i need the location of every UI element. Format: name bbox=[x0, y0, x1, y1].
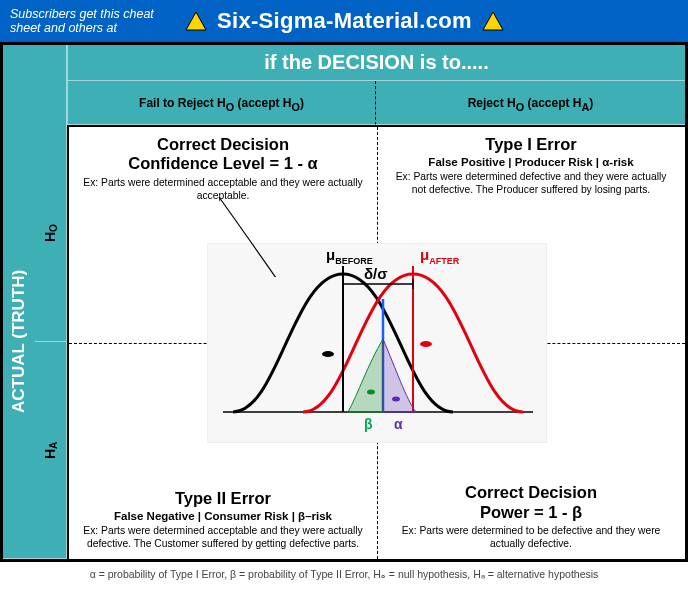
banner-subtext: Subscribers get this cheat sheet and oth… bbox=[10, 7, 175, 36]
side-h0: HO bbox=[35, 125, 67, 342]
banner-title: Six-Sigma-Material.com bbox=[217, 8, 472, 34]
svg-marker-0 bbox=[186, 12, 206, 30]
side-actual-truth: ACTUAL (TRUTH) bbox=[3, 125, 35, 559]
quad-title: Type I Error bbox=[391, 135, 671, 154]
quad-title: Type II Error bbox=[83, 489, 363, 508]
quadrant-correct-confidence: Correct Decision Confidence Level = 1 - … bbox=[69, 127, 377, 207]
svg-point-15 bbox=[392, 397, 400, 402]
quad-title2: Power = 1 - β bbox=[391, 503, 671, 522]
svg-marker-1 bbox=[483, 12, 503, 30]
quad-example: Ex: Parts were determined to be defectiv… bbox=[391, 525, 671, 551]
header-decision: if the DECISION is to..... bbox=[67, 45, 685, 81]
footer-legend: α = probability of Type I Error, β = pro… bbox=[0, 562, 688, 580]
quadrant-type2: Type II Error False Negative | Consumer … bbox=[69, 481, 377, 559]
svg-text:μAFTER: μAFTER bbox=[420, 246, 460, 266]
side-ha: HA bbox=[35, 342, 67, 559]
caution-icon bbox=[185, 11, 207, 31]
quad-example: Ex: Parts were determined defective and … bbox=[391, 171, 671, 197]
quad-title: Correct Decision bbox=[391, 483, 671, 502]
matrix-body: Correct Decision Confidence Level = 1 - … bbox=[67, 125, 685, 559]
top-banner: Subscribers get this cheat sheet and oth… bbox=[0, 0, 688, 42]
svg-point-12 bbox=[322, 351, 334, 357]
quad-title: Correct Decision bbox=[83, 135, 363, 154]
quad-subtitle: False Positive | Producer Risk | α-risk bbox=[391, 156, 671, 168]
header-fail-to-reject: Fail to Reject HO (accept HO) bbox=[67, 81, 376, 125]
svg-point-13 bbox=[420, 341, 432, 347]
quad-title2: Confidence Level = 1 - α bbox=[83, 154, 363, 173]
svg-text:α: α bbox=[394, 416, 403, 432]
quad-subtitle: False Negative | Consumer Risk | β–risk bbox=[83, 510, 363, 522]
svg-text:δ/σ: δ/σ bbox=[364, 265, 388, 282]
decision-matrix: if the DECISION is to..... Fail to Rejec… bbox=[0, 42, 688, 562]
svg-text:μBEFORE: μBEFORE bbox=[326, 246, 373, 266]
quad-example: Ex: Parts were determined acceptable and… bbox=[83, 177, 363, 203]
quadrant-type1: Type I Error False Positive | Producer R… bbox=[377, 127, 685, 201]
corner-blank bbox=[3, 45, 67, 125]
svg-point-14 bbox=[367, 390, 375, 395]
quad-example: Ex: Parts were determined acceptable and… bbox=[83, 525, 363, 551]
svg-text:β: β bbox=[364, 416, 373, 432]
distribution-chart: μBEFORE μAFTER δ/σ β α bbox=[207, 243, 547, 443]
quadrant-correct-power: Correct Decision Power = 1 - β Ex: Parts… bbox=[377, 475, 685, 559]
header-reject: Reject HO (accept HA) bbox=[376, 81, 685, 125]
caution-icon bbox=[482, 11, 504, 31]
